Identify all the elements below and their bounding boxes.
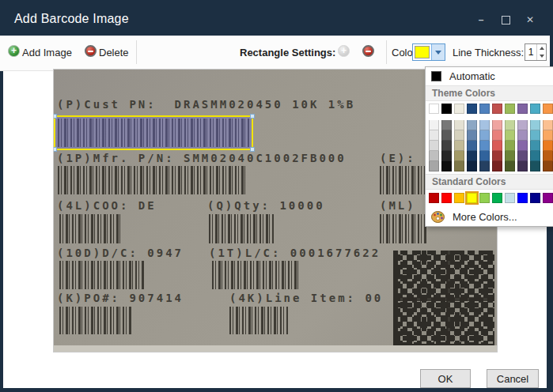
color-swatch[interactable]: [454, 161, 464, 172]
color-swatch[interactable]: [479, 151, 490, 161]
spin-down-button[interactable]: [537, 52, 546, 60]
color-swatch[interactable]: [492, 104, 502, 114]
color-swatch[interactable]: [517, 161, 528, 172]
color-swatch[interactable]: [505, 141, 515, 151]
color-swatch[interactable]: [479, 141, 490, 151]
color-swatch[interactable]: [479, 130, 490, 141]
color-swatch[interactable]: [441, 120, 452, 130]
color-swatch[interactable]: [543, 130, 553, 141]
color-swatch[interactable]: [454, 104, 464, 114]
color-swatch[interactable]: [517, 104, 528, 114]
color-swatch[interactable]: [492, 151, 502, 161]
add-image-icon[interactable]: [8, 45, 20, 57]
color-swatch[interactable]: [467, 130, 477, 141]
color-swatch[interactable]: [543, 193, 553, 203]
standard-colors-row: [429, 193, 553, 203]
color-swatch[interactable]: [517, 151, 528, 161]
color-swatch[interactable]: [492, 130, 502, 141]
minimize-button[interactable]: –: [475, 14, 487, 25]
color-swatch[interactable]: [517, 141, 528, 151]
delete-rectangle-icon[interactable]: [362, 45, 374, 57]
barcode: [380, 214, 427, 243]
color-swatch[interactable]: [479, 193, 490, 203]
barcode: [380, 166, 427, 194]
color-swatch[interactable]: [530, 193, 540, 203]
resize-handle[interactable]: [250, 114, 255, 119]
color-swatch[interactable]: [530, 161, 540, 172]
delete-button[interactable]: Delete: [99, 47, 129, 58]
color-swatch[interactable]: [429, 151, 439, 161]
color-swatch[interactable]: [543, 151, 553, 161]
cancel-button[interactable]: Cancel: [487, 369, 539, 388]
color-swatch[interactable]: [441, 130, 452, 141]
ok-button[interactable]: OK: [420, 369, 471, 388]
color-swatch[interactable]: [467, 193, 477, 203]
theme-colors-header: Theme Colors: [426, 85, 553, 101]
color-swatch[interactable]: [530, 141, 540, 151]
color-swatch[interactable]: [429, 161, 439, 172]
color-swatch[interactable]: [505, 130, 515, 141]
theme-color-column: [467, 104, 477, 172]
color-swatch[interactable]: [467, 104, 477, 114]
color-swatch[interactable]: [441, 151, 452, 161]
color-swatch[interactable]: [454, 141, 464, 151]
color-swatch[interactable]: [479, 104, 490, 114]
color-combobox[interactable]: [412, 43, 445, 61]
color-swatch[interactable]: [492, 161, 502, 172]
color-swatch[interactable]: [467, 161, 477, 172]
color-swatch[interactable]: [492, 193, 502, 203]
color-swatch[interactable]: [530, 151, 540, 161]
add-image-button[interactable]: Add Image: [22, 47, 72, 58]
color-swatch[interactable]: [429, 120, 439, 130]
color-swatch[interactable]: [429, 193, 439, 203]
color-swatch[interactable]: [505, 104, 515, 114]
selection-rectangle[interactable]: [54, 115, 253, 150]
color-swatch[interactable]: [429, 104, 439, 114]
color-swatch[interactable]: [467, 141, 477, 151]
maximize-icon: [502, 16, 510, 24]
maximize-button[interactable]: [500, 14, 511, 25]
color-swatch[interactable]: [492, 141, 502, 151]
color-swatch[interactable]: [429, 141, 439, 151]
label-edge: [54, 345, 497, 352]
theme-colors-grid: [429, 104, 553, 172]
color-swatch[interactable]: [441, 193, 452, 203]
close-button[interactable]: ✕: [525, 14, 536, 25]
color-swatch[interactable]: [467, 151, 477, 161]
color-swatch[interactable]: [454, 193, 464, 203]
color-swatch[interactable]: [429, 130, 439, 141]
color-swatch[interactable]: [454, 120, 464, 130]
color-swatch[interactable]: [543, 120, 553, 130]
color-swatch[interactable]: [454, 151, 464, 161]
automatic-option[interactable]: Automatic: [426, 68, 553, 85]
color-swatch[interactable]: [543, 104, 553, 114]
color-swatch[interactable]: [505, 151, 515, 161]
color-swatch[interactable]: [467, 120, 477, 130]
combo-drop-button[interactable]: [431, 44, 445, 60]
color-swatch[interactable]: [441, 104, 452, 114]
color-swatch[interactable]: [441, 161, 452, 172]
resize-handle[interactable]: [54, 114, 57, 119]
color-swatch[interactable]: [517, 120, 528, 130]
color-swatch[interactable]: [543, 161, 553, 172]
color-swatch[interactable]: [530, 130, 540, 141]
color-swatch[interactable]: [479, 120, 490, 130]
color-swatch[interactable]: [543, 141, 553, 151]
color-swatch[interactable]: [441, 141, 452, 151]
delete-icon[interactable]: [85, 45, 97, 57]
photo-text-line-item: (4K)Line Item: 00: [229, 292, 383, 304]
color-swatch[interactable]: [530, 104, 540, 114]
more-colors-option[interactable]: More Colors...: [426, 207, 553, 226]
barcode: [212, 261, 299, 289]
color-swatch[interactable]: [492, 120, 502, 130]
color-swatch[interactable]: [479, 161, 490, 172]
color-swatch[interactable]: [505, 120, 515, 130]
color-swatch[interactable]: [454, 130, 464, 141]
color-swatch[interactable]: [505, 193, 515, 203]
spin-up-button[interactable]: [537, 44, 546, 52]
color-swatch[interactable]: [530, 120, 540, 130]
color-swatch[interactable]: [517, 193, 528, 203]
color-swatch[interactable]: [505, 161, 515, 172]
color-swatch[interactable]: [517, 130, 528, 141]
line-thickness-spinner[interactable]: 1: [525, 43, 547, 61]
